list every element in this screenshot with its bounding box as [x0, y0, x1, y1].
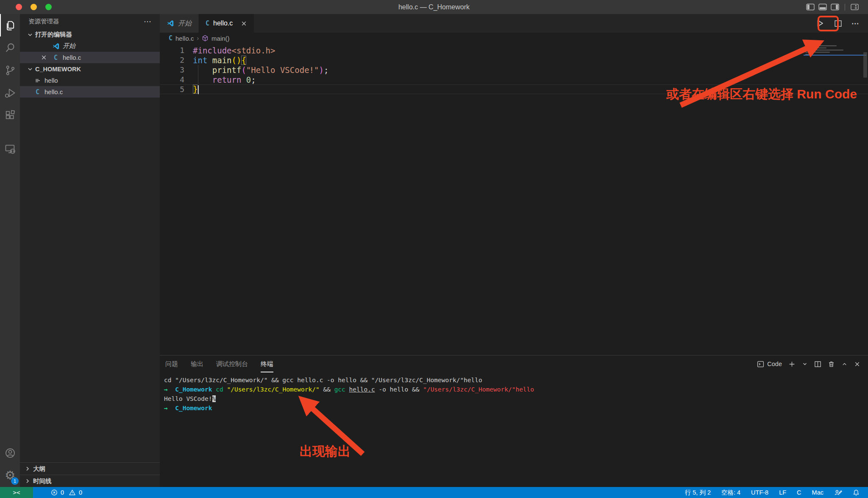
run-code-button[interactable]: [815, 18, 825, 28]
code-text: printf("Hello VSCode!");: [184, 65, 328, 75]
minimap-line: [805, 50, 843, 50]
statusbar-right-items: 行 5, 列 2空格: 4UTF-8LFCMac: [685, 489, 823, 497]
editor-scrollbar[interactable]: [863, 52, 867, 78]
sidebar-more-actions-icon[interactable]: ⋯: [144, 17, 152, 26]
search-icon[interactable]: [0, 36, 20, 59]
explorer-sidebar: 资源管理器 ⋯ 打开的编辑器 开始Chello.c C_HOMEWORK hel…: [20, 14, 160, 487]
tab-hello.c[interactable]: Chello.c: [199, 14, 254, 33]
zoom-window-button[interactable]: [45, 4, 52, 10]
terminal-profile-label: Code: [767, 361, 782, 367]
vscode-file-icon: [52, 42, 60, 50]
remote-explorer-icon[interactable]: [0, 137, 20, 160]
titlebar-layout-controls: [806, 0, 859, 14]
tree-item-hello.c[interactable]: Chello.c: [20, 86, 160, 98]
chevron-right-icon: [24, 478, 31, 484]
explorer-icon[interactable]: [0, 14, 20, 36]
terminal-line: → C_Homework: [164, 403, 868, 413]
toggle-secondary-sidebar-icon[interactable]: [831, 3, 839, 11]
toggle-primary-sidebar-icon[interactable]: [806, 3, 815, 11]
accounts-icon[interactable]: [0, 442, 20, 464]
notifications-bell-icon[interactable]: [853, 489, 860, 496]
minimize-window-button[interactable]: [31, 4, 37, 10]
remote-indicator[interactable]: ><: [0, 487, 33, 498]
tree-item-hello[interactable]: hello: [20, 75, 160, 86]
status-空格-4[interactable]: 空格: 4: [721, 489, 740, 497]
editor-group: 开始Chello.c ⋯ C hello.c › main() 1#includ…: [160, 14, 868, 487]
split-terminal-icon[interactable]: [814, 361, 821, 368]
breadcrumb-file[interactable]: hello.c: [175, 35, 194, 42]
activity-bar: ⚙ 1: [0, 14, 20, 487]
code-text: }: [184, 84, 199, 94]
extensions-icon[interactable]: [0, 104, 20, 126]
tab-label: hello.c: [213, 20, 233, 27]
terminal-output[interactable]: cd "/Users/l3zc/C_Homework/" && gcc hell…: [160, 372, 868, 413]
code-editor[interactable]: 1#include<stdio.h>2int main(){3 printf("…: [160, 44, 868, 355]
outline-section[interactable]: 大纲: [20, 462, 160, 475]
code-line-4[interactable]: 4 return 0;: [160, 75, 868, 84]
source-control-icon[interactable]: [0, 59, 20, 81]
settings-badge: 1: [11, 477, 19, 485]
panel-tab-终端[interactable]: 终端: [261, 355, 273, 372]
close-panel-icon[interactable]: [854, 361, 860, 367]
chevron-down-icon: [27, 66, 33, 73]
status-C[interactable]: C: [797, 489, 801, 496]
line-number: 1: [160, 46, 184, 55]
open-editor-item[interactable]: 开始: [20, 40, 160, 52]
breadcrumb-symbol[interactable]: main(): [211, 35, 230, 42]
status-bar: >< 0 0 行 5, 列 2空格: 4UTF-8LFCMac: [0, 487, 868, 498]
status-LF[interactable]: LF: [779, 489, 786, 496]
terminal-dropdown-icon[interactable]: [802, 361, 808, 367]
panel-actions: Code: [757, 361, 860, 368]
new-terminal-icon[interactable]: [788, 361, 796, 368]
code-text: int main(){: [184, 56, 246, 65]
code-line-1[interactable]: 1#include<stdio.h>: [160, 45, 868, 55]
close-window-button[interactable]: [16, 4, 22, 10]
panel-tab-问题[interactable]: 问题: [165, 355, 178, 372]
folder-label: C_HOMEWORK: [35, 66, 81, 73]
status-Mac[interactable]: Mac: [812, 489, 823, 496]
sidebar-spacer: [20, 98, 160, 462]
minimap[interactable]: [805, 45, 861, 64]
status-行-5-列-2[interactable]: 行 5, 列 2: [685, 489, 711, 497]
activity-bar-bottom: ⚙ 1: [0, 442, 20, 487]
indent-guide: [198, 75, 198, 84]
tree-item-label: hello.c: [45, 88, 63, 95]
close-editor-icon[interactable]: [39, 54, 49, 61]
problems-status[interactable]: 0 0: [33, 489, 82, 496]
panel-tab-输出[interactable]: 输出: [191, 355, 203, 372]
error-count: 0: [61, 489, 64, 496]
open-editors-label: 打开的编辑器: [35, 31, 72, 39]
terminal-profile-chip[interactable]: Code: [757, 361, 782, 368]
close-tab-icon[interactable]: [241, 20, 247, 27]
indent-guide: [198, 65, 198, 75]
sidebar-title: 资源管理器: [28, 17, 59, 25]
open-editor-item[interactable]: Chello.c: [20, 52, 160, 63]
chevron-down-icon: [27, 31, 33, 38]
customize-layout-icon[interactable]: [851, 3, 859, 11]
code-line-2[interactable]: 2int main(){: [160, 55, 868, 65]
warning-count: 0: [79, 489, 82, 496]
workbench: ⚙ 1 资源管理器 ⋯ 打开的编辑器 开始Chello.c C_HOMEWORK…: [0, 14, 868, 487]
open-editors-header[interactable]: 打开的编辑器: [20, 29, 160, 40]
code-line-3[interactable]: 3 printf("Hello VSCode!");: [160, 65, 868, 75]
settings-gear-icon[interactable]: ⚙ 1: [0, 464, 20, 487]
run-and-debug-icon[interactable]: [0, 81, 20, 104]
code-line-5[interactable]: 5}: [160, 84, 868, 94]
line-number: 4: [160, 75, 184, 84]
split-editor-icon[interactable]: [834, 20, 842, 28]
status-UTF-8[interactable]: UTF-8: [751, 489, 768, 496]
tab-label: 开始: [178, 19, 192, 28]
open-editor-label: 开始: [63, 42, 75, 50]
minimap-current-line: [804, 55, 866, 56]
timeline-section[interactable]: 时间线: [20, 475, 160, 487]
tab-开始[interactable]: 开始: [160, 14, 199, 33]
panel-tab-调试控制台[interactable]: 调试控制台: [216, 355, 248, 372]
toggle-panel-icon[interactable]: [818, 3, 827, 11]
code-lines: 1#include<stdio.h>2int main(){3 printf("…: [160, 45, 868, 94]
more-actions-icon[interactable]: ⋯: [851, 19, 860, 28]
folder-header[interactable]: C_HOMEWORK: [20, 63, 160, 75]
feedback-icon[interactable]: [834, 489, 842, 496]
folder-file-list: helloChello.c: [20, 75, 160, 98]
kill-terminal-trash-icon[interactable]: [828, 361, 835, 368]
maximize-panel-icon[interactable]: [841, 361, 848, 367]
